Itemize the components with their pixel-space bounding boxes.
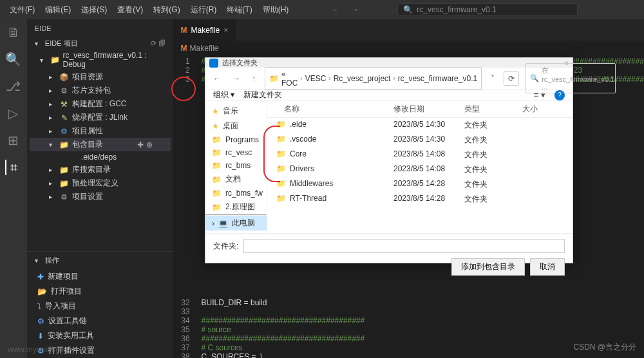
nav-forward-icon[interactable]: →: [351, 5, 359, 14]
tree-item[interactable]: ▸⚒构建配置 : GCC: [30, 97, 171, 111]
list-header: 名称 修改日期 类型 大小: [267, 101, 573, 118]
menu-item[interactable]: 编辑(E): [41, 2, 75, 18]
view-mode-icon[interactable]: ≡ ▾: [534, 90, 545, 100]
col-type[interactable]: 类型: [460, 104, 518, 115]
file-row[interactable]: 📁Core2023/8/5 14:08文件夹: [267, 147, 573, 162]
menu-item[interactable]: 帮助(H): [258, 2, 294, 18]
sidebar-title: EIDE: [27, 19, 173, 37]
forward-icon[interactable]: →: [230, 73, 243, 84]
search-icon: 🔍: [403, 5, 413, 14]
tree-item[interactable]: ▸⚙芯片支持包: [30, 84, 171, 97]
help-icon[interactable]: ?: [554, 90, 565, 100]
watermark: CSDN @言之分分: [573, 342, 636, 353]
project-tree: ▾📁rc_vesc_firmware_v0.1 : Debug▸📦项目资源▸⚙芯…: [27, 50, 173, 203]
col-date[interactable]: 修改日期: [390, 104, 460, 115]
breadcrumb[interactable]: M Makefile: [173, 41, 644, 55]
refresh-icon[interactable]: ⟳: [504, 71, 519, 86]
file-row[interactable]: 📁Drivers2023/8/5 14:08文件夹: [267, 162, 573, 177]
dialog-sidebar: ★音乐★桌面📁Programs📁rc_vesc📁rc_bms📁文档📁rc_bms…: [205, 101, 267, 233]
chevron-down-icon: ▾: [35, 257, 43, 264]
sidebar: EIDE ▾ EIDE 项目 ⟳ 🗐 ▾📁rc_vesc_firmware_v0…: [27, 19, 173, 358]
ops-item[interactable]: ⚙设置工具链: [27, 314, 173, 328]
vscode-icon: [209, 59, 218, 68]
tree-item[interactable]: ▸⚙项目属性: [30, 124, 171, 138]
file-row[interactable]: 📁Middlewares2023/8/5 14:28文件夹: [267, 177, 573, 192]
add-to-include-button[interactable]: 添加到包含目录: [451, 258, 525, 276]
quick-access-item[interactable]: ★桌面: [205, 118, 267, 133]
dialog-search[interactable]: 🔍在 rc_vesc_firmware_v0.1 ...: [526, 63, 616, 93]
menu-item[interactable]: 转到(G): [149, 2, 184, 18]
search-text: rc_vesc_firmware_v0.1: [417, 5, 496, 14]
up-icon[interactable]: ↑: [249, 73, 258, 84]
menu-item[interactable]: 终端(T): [222, 2, 256, 18]
nav-back-icon[interactable]: ←: [332, 5, 339, 14]
tree-item[interactable]: ▸📦项目资源: [30, 70, 171, 84]
nav-arrows: ← →: [332, 5, 359, 14]
file-row[interactable]: 📁.vscode2023/8/5 14:30文件夹: [267, 133, 573, 147]
ops-item[interactable]: 📂打开项目: [27, 284, 173, 299]
back-icon[interactable]: ←: [211, 73, 223, 84]
tree-item[interactable]: ▸✎烧录配置 : JLink: [30, 111, 171, 124]
title-bar: 文件(F)编辑(E)选择(S)查看(V)转到(G)运行(R)终端(T)帮助(H)…: [0, 0, 644, 19]
tree-item[interactable]: .eide/deps: [30, 151, 171, 163]
folder-label: 文件夹:: [213, 241, 238, 252]
command-center[interactable]: 🔍 rc_vesc_firmware_v0.1: [397, 3, 578, 16]
tab-makefile[interactable]: M Makefile ×: [173, 19, 237, 41]
ops-item[interactable]: ✚新建项目: [27, 269, 173, 284]
tree-item[interactable]: ▸📁库搜索目录: [30, 163, 171, 176]
path-segment[interactable]: « FOC: [281, 70, 298, 88]
scm-icon[interactable]: ⎇: [6, 79, 21, 94]
add-include-icon[interactable]: ✚ ⊕: [137, 140, 152, 149]
menu-item[interactable]: 运行(R): [186, 2, 222, 18]
quick-access-item[interactable]: 📁文档: [205, 172, 267, 187]
explorer-icon[interactable]: 🗎: [6, 24, 21, 40]
file-list: 名称 修改日期 类型 大小 📁.eide2023/8/5 14:30文件夹📁.v…: [267, 101, 573, 233]
project-section[interactable]: ▾ EIDE 项目 ⟳ 🗐: [27, 37, 173, 50]
ops-item[interactable]: ⤵导入项目: [27, 299, 173, 314]
close-icon[interactable]: ×: [223, 26, 228, 35]
dialog-titlebar: 选择文件夹 ×: [205, 58, 573, 68]
refresh-icon[interactable]: ⟳ 🗐: [151, 39, 166, 48]
search-icon: 🔍: [530, 74, 539, 82]
new-folder-button[interactable]: 新建文件夹: [243, 90, 282, 100]
ops-item[interactable]: ⬇安装实用工具: [27, 328, 173, 343]
cancel-button[interactable]: 取消: [530, 258, 565, 276]
tree-item[interactable]: ▸📁预处理宏定义: [30, 176, 171, 190]
path-bar[interactable]: 📁« FOC›VESC›Rc_vesc_project›rc_vesc_firm…: [265, 67, 482, 90]
quick-access-item[interactable]: 📁Programs: [205, 133, 267, 146]
ops-header[interactable]: ▾ 操作: [27, 252, 173, 269]
path-segment[interactable]: rc_vesc_firmware_v0.1: [398, 74, 477, 83]
dialog-toolbar: 组织 ▾ 新建文件夹 ≡ ▾ ?: [205, 90, 573, 101]
menu-item[interactable]: 选择(S): [77, 2, 111, 18]
organize-button[interactable]: 组织 ▾: [213, 90, 234, 100]
search-icon[interactable]: 🔍: [6, 52, 21, 67]
quick-access-item[interactable]: 📁2.原理图: [205, 200, 267, 214]
quick-access-item[interactable]: 📁rc_bms: [205, 159, 267, 172]
folder-input[interactable]: [243, 239, 565, 253]
tree-item[interactable]: ▾📁包含目录✚ ⊕: [30, 138, 171, 151]
menu-item[interactable]: 查看(V): [113, 2, 147, 18]
debug-icon[interactable]: ▷: [6, 106, 21, 121]
eide-icon[interactable]: ⌗: [5, 160, 21, 175]
makefile-icon: M: [181, 44, 187, 53]
menu-item[interactable]: 文件(F): [5, 2, 39, 18]
col-size[interactable]: 大小: [518, 104, 573, 115]
col-name[interactable]: 名称: [267, 104, 390, 115]
quick-access-item[interactable]: 📁rc_vesc: [205, 146, 267, 159]
tree-item[interactable]: ▸⚙项目设置: [30, 190, 171, 203]
quick-access-item[interactable]: ★音乐: [205, 104, 267, 118]
operations-section: ▾ 操作 ✚新建项目📂打开项目⤵导入项目⚙设置工具链⬇安装实用工具⚙打开插件设置: [27, 251, 173, 358]
quick-access-item[interactable]: 📁rc_bms_fw: [205, 187, 267, 200]
watermark-left: www.mymobin.com: [8, 345, 74, 354]
tree-item[interactable]: ▾📁rc_vesc_firmware_v0.1 : Debug: [30, 50, 171, 70]
makefile-icon: M: [181, 26, 187, 35]
file-row[interactable]: 📁RT-Thread2023/8/5 14:28文件夹: [267, 192, 573, 207]
dialog-footer: 文件夹:: [205, 233, 573, 258]
folder-picker-dialog: 选择文件夹 × ← → ↑ 📁« FOC›VESC›Rc_vesc_projec…: [205, 57, 573, 263]
extensions-icon[interactable]: ⊞: [6, 133, 21, 148]
file-row[interactable]: 📁.eide2023/8/5 14:30文件夹: [267, 118, 573, 133]
quick-access-item[interactable]: › 💻此电脑: [205, 216, 267, 231]
path-segment[interactable]: Rc_vesc_project: [334, 74, 391, 83]
path-drop-icon[interactable]: ˅: [488, 73, 497, 84]
path-segment[interactable]: VESC: [305, 74, 327, 83]
